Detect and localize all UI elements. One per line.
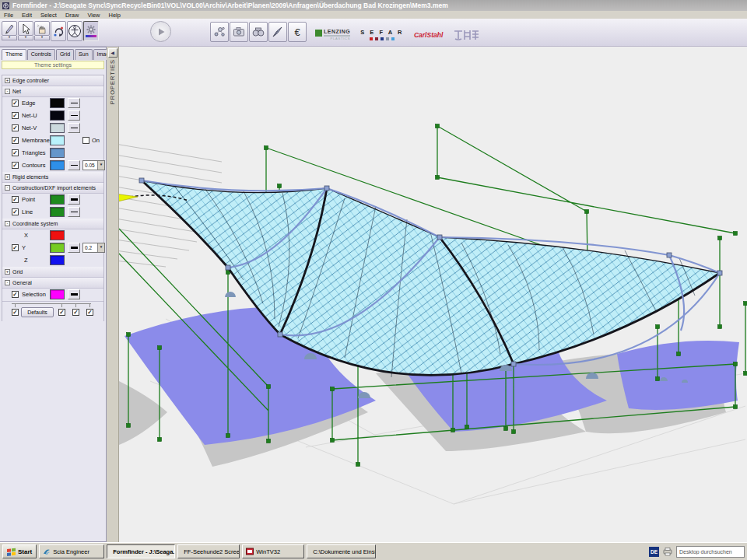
draw-tool-dropdown[interactable]: ▼ xyxy=(2,36,17,40)
dropdown-arrow-icon[interactable]: ▼ xyxy=(97,161,104,170)
cost-euro-button[interactable]: € xyxy=(288,22,307,42)
binoculars-button[interactable] xyxy=(249,22,268,42)
contours-value-select[interactable]: 0.05▼ xyxy=(82,160,105,170)
net-v-color-swatch[interactable] xyxy=(50,123,65,133)
tab-sun[interactable]: Sun xyxy=(75,49,92,60)
play-button[interactable] xyxy=(150,21,171,42)
tab-controls[interactable]: Controls xyxy=(27,49,55,60)
z-axis-color-swatch[interactable] xyxy=(50,255,65,265)
membrane-checkbox[interactable]: ✓ xyxy=(12,137,19,144)
modify-tool-button[interactable] xyxy=(34,21,50,36)
contours-linestyle-button[interactable] xyxy=(68,160,80,170)
section-edge-controller[interactable]: + Edge controller xyxy=(2,75,103,86)
edge-linestyle-button[interactable] xyxy=(68,98,80,108)
edge-checkbox[interactable]: ✓ xyxy=(12,100,19,107)
modify-tool-dropdown[interactable]: ▼ xyxy=(34,36,50,40)
settings-button[interactable] xyxy=(83,21,99,41)
line-style-button[interactable] xyxy=(68,207,80,217)
net-u-color-swatch[interactable] xyxy=(50,110,65,121)
net-u-checkbox[interactable]: ✓ xyxy=(12,112,19,119)
expand-icon[interactable]: + xyxy=(5,174,10,180)
selection-checkbox[interactable]: ✓ xyxy=(12,291,19,298)
edge-color-swatch[interactable] xyxy=(50,98,65,108)
task-scia-engineer[interactable]: Scia Engineer xyxy=(39,544,104,558)
menu-edit[interactable]: Edit xyxy=(22,12,32,19)
section-label: Rigid elements xyxy=(12,174,48,180)
play-icon xyxy=(156,27,166,37)
point-style-button[interactable] xyxy=(68,194,80,205)
defaults-checkbox-1[interactable]: ✓ xyxy=(12,309,19,316)
contours-checkbox[interactable]: ✓ xyxy=(12,162,19,169)
section-net[interactable]: - Net xyxy=(2,86,103,97)
select-tool-button[interactable] xyxy=(18,21,33,36)
membrane-color-swatch[interactable] xyxy=(50,135,65,145)
draw-tool-button[interactable] xyxy=(2,21,17,36)
row-net-v: ✓ Net-V xyxy=(2,122,103,135)
defaults-checkbox-2[interactable]: ✓ xyxy=(58,309,65,316)
triangles-checkbox[interactable]: ✓ xyxy=(12,149,19,156)
dropdown-arrow-icon[interactable]: ▼ xyxy=(97,243,104,252)
tab-theme[interactable]: Theme xyxy=(2,49,26,60)
row-y-axis: ✓ Y 0.2▼ xyxy=(2,242,103,254)
line-checkbox[interactable]: ✓ xyxy=(12,208,19,215)
y-axis-color-swatch[interactable] xyxy=(50,243,65,253)
x-axis-color-swatch[interactable] xyxy=(50,230,65,240)
y-axis-checkbox[interactable]: ✓ xyxy=(12,244,19,251)
section-general[interactable]: - General xyxy=(2,278,103,289)
line-color-swatch[interactable] xyxy=(50,207,65,217)
printer-icon[interactable] xyxy=(662,547,673,556)
collapse-icon[interactable]: - xyxy=(5,280,10,285)
task-screenshot[interactable]: FF-Seehunde2 Screensh... xyxy=(177,544,240,558)
section-construction-dxf[interactable]: - Construction/DXF import elements xyxy=(2,183,103,194)
viewport-canvas[interactable] xyxy=(119,47,747,542)
select-tool-dropdown[interactable]: ▼ xyxy=(18,36,33,40)
menu-draw[interactable]: Draw xyxy=(65,12,79,19)
selection-color-swatch[interactable] xyxy=(50,289,65,299)
section-rigid-elements[interactable]: + Rigid elements xyxy=(2,172,103,183)
task-explorer[interactable]: C:\Dokumente und Einst... xyxy=(307,544,376,558)
desktop-search-input[interactable] xyxy=(676,546,745,558)
section-grid[interactable]: + Grid xyxy=(2,267,103,278)
panel-collapse-button[interactable]: ◀ xyxy=(108,48,117,58)
expand-icon[interactable]: + xyxy=(5,269,10,275)
collapse-icon[interactable]: - xyxy=(5,89,10,94)
camera-button[interactable] xyxy=(230,22,248,42)
contours-color-swatch[interactable] xyxy=(50,160,65,170)
feather-pen-button[interactable] xyxy=(268,22,287,42)
membrane-on-checkbox[interactable] xyxy=(82,137,89,144)
cursor-icon xyxy=(20,23,31,34)
tensinet-logo xyxy=(453,28,479,41)
expand-icon[interactable]: + xyxy=(5,78,10,83)
snapshot-points-button[interactable] xyxy=(210,22,229,42)
row-net-u: ✓ Net-U xyxy=(2,110,103,122)
defaults-button[interactable]: Defaults xyxy=(21,307,54,317)
main-area: Theme Controls Grid Sun Images Theme set… xyxy=(0,47,747,542)
menu-select[interactable]: Select xyxy=(40,12,57,19)
defaults-checkbox-3[interactable]: ✓ xyxy=(72,309,79,316)
point-checkbox[interactable]: ✓ xyxy=(12,196,19,203)
net-v-checkbox[interactable]: ✓ xyxy=(12,124,19,131)
defaults-checkbox-4[interactable]: ✓ xyxy=(86,309,93,316)
point-color-swatch[interactable] xyxy=(50,194,65,205)
rotate-view-button[interactable] xyxy=(51,21,66,41)
tab-grid[interactable]: Grid xyxy=(56,49,74,60)
collapse-icon[interactable]: - xyxy=(5,185,10,191)
language-indicator[interactable]: DE xyxy=(649,547,659,557)
collapse-icon[interactable]: - xyxy=(5,221,10,226)
y-axis-style-button[interactable] xyxy=(68,243,80,253)
y-axis-value-select[interactable]: 0.2▼ xyxy=(82,243,105,253)
triangles-color-swatch[interactable] xyxy=(50,148,65,158)
start-button[interactable]: Start xyxy=(2,544,37,558)
net-v-linestyle-button[interactable] xyxy=(68,123,80,133)
selection-label: Selection xyxy=(22,291,46,298)
menu-view[interactable]: View xyxy=(87,12,100,19)
selection-style-button[interactable] xyxy=(68,289,80,299)
net-u-linestyle-button[interactable] xyxy=(68,110,80,121)
viewport[interactable] xyxy=(119,47,747,542)
menu-file[interactable]: File xyxy=(4,12,13,19)
menu-help[interactable]: Help xyxy=(109,12,121,19)
task-formfinder[interactable]: Formfinder - J:\Seaga... xyxy=(107,544,175,558)
task-wintv[interactable]: WinTV32 xyxy=(242,544,304,558)
formfinder-man-button[interactable] xyxy=(67,21,82,41)
section-coordinate-system[interactable]: - Coordinate system xyxy=(2,219,103,229)
